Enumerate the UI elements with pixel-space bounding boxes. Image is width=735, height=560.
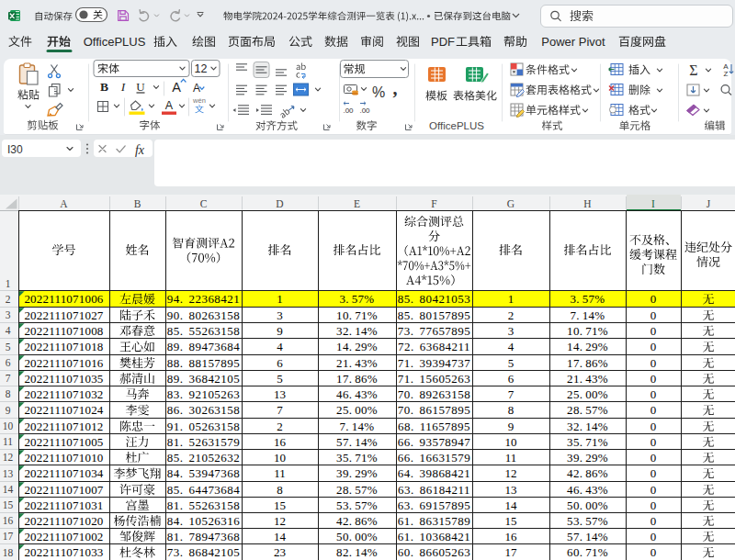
svg-text:61. 10368421: 61. 10368421 [398, 530, 470, 543]
svg-text:0: 0 [650, 451, 657, 465]
svg-text:81. 52631579: 81. 52631579 [167, 435, 240, 449]
svg-text:0: 0 [650, 466, 657, 480]
svg-text:9: 9 [277, 324, 283, 338]
svg-text:7: 7 [6, 373, 11, 384]
svg-text:PDF: PDF [431, 35, 455, 49]
svg-text:70. 89263158: 70. 89263158 [398, 387, 470, 401]
svg-text:14: 14 [3, 484, 14, 495]
svg-text:84. 10526316: 84. 10526316 [167, 514, 240, 528]
svg-text:46. 43%: 46. 43% [336, 387, 378, 401]
svg-text:A: A [165, 99, 174, 112]
svg-text:14: 14 [505, 498, 518, 512]
svg-text:82. 14%: 82. 14% [336, 545, 378, 559]
svg-text:71. 39394737: 71. 39394737 [398, 356, 470, 370]
svg-text:I: I [120, 80, 127, 94]
svg-text:39. 29%: 39. 29% [567, 451, 608, 465]
svg-text:8: 8 [277, 483, 283, 497]
svg-text:50. 00%: 50. 00% [567, 498, 608, 512]
svg-text:0: 0 [650, 340, 657, 353]
svg-text:0: 0 [650, 435, 657, 449]
svg-text:17: 17 [3, 531, 14, 542]
svg-text:90. 80263158: 90. 80263158 [167, 308, 240, 322]
svg-text:21. 43%: 21. 43% [567, 372, 608, 386]
svg-text:7: 7 [508, 387, 514, 401]
svg-text:U: U [136, 80, 145, 94]
svg-text:9: 9 [6, 405, 11, 416]
svg-text:68. 11657895: 68. 11657895 [398, 420, 470, 433]
svg-text:83. 92105263: 83. 92105263 [167, 387, 240, 401]
svg-text:81. 78947368: 81. 78947368 [167, 530, 240, 543]
svg-text:10: 10 [3, 420, 14, 431]
svg-text:17. 86%: 17. 86% [567, 356, 608, 370]
svg-text:B: B [134, 198, 141, 209]
svg-text:.00: .00 [359, 106, 370, 115]
svg-text:4: 4 [277, 340, 283, 353]
svg-text:0: 0 [650, 514, 657, 528]
svg-text:85. 80157895: 85. 80157895 [398, 308, 470, 322]
svg-text:3: 3 [277, 308, 283, 322]
svg-text:OfficePLUS: OfficePLUS [429, 120, 484, 131]
svg-text:Σ: Σ [689, 62, 697, 78]
svg-text:0: 0 [650, 308, 657, 322]
svg-text:3. 57%: 3. 57% [340, 292, 375, 306]
svg-text:17. 86%: 17. 86% [336, 372, 378, 386]
svg-text:15: 15 [3, 499, 14, 510]
svg-text:2022111071020: 2022111071020 [24, 514, 103, 528]
svg-text:1: 1 [277, 292, 283, 306]
svg-text:3: 3 [6, 309, 11, 320]
svg-text:13: 13 [505, 483, 517, 497]
svg-text:57. 14%: 57. 14% [336, 435, 378, 449]
svg-text:2022111071008: 2022111071008 [24, 324, 103, 338]
svg-text:0: 0 [650, 498, 657, 512]
svg-text:OfficePLUS: OfficePLUS [84, 35, 146, 49]
svg-text:2022111071024: 2022111071024 [24, 403, 103, 417]
svg-text:53. 57%: 53. 57% [567, 514, 608, 528]
svg-text:32. 14%: 32. 14% [336, 324, 378, 338]
svg-text:0: 0 [650, 372, 657, 386]
svg-text:17: 17 [505, 545, 518, 559]
svg-text:A: A [60, 198, 68, 209]
svg-text:14: 14 [274, 530, 287, 543]
svg-text:64. 39868421: 64. 39868421 [398, 466, 470, 480]
svg-text:84. 53947368: 84. 53947368 [167, 466, 240, 480]
svg-text:11: 11 [505, 451, 517, 465]
svg-text:15: 15 [274, 498, 286, 512]
svg-text:2022111071005: 2022111071005 [24, 435, 103, 449]
svg-text:73. 86842105: 73. 86842105 [167, 545, 240, 559]
svg-text:6: 6 [277, 356, 283, 370]
svg-text:85. 64473684: 85. 64473684 [167, 483, 240, 497]
svg-text:42. 86%: 42. 86% [567, 466, 608, 480]
svg-text:15: 15 [505, 514, 517, 528]
svg-text:2022111071006: 2022111071006 [24, 292, 103, 306]
svg-text:13: 13 [3, 468, 14, 479]
svg-text:11: 11 [3, 436, 13, 447]
svg-text:D: D [276, 198, 283, 209]
svg-text:7. 14%: 7. 14% [571, 308, 605, 322]
svg-text:.00: .00 [343, 106, 354, 115]
svg-text:6: 6 [508, 372, 514, 386]
svg-text:fx: fx [135, 143, 145, 157]
svg-text:2022111071007: 2022111071007 [24, 483, 103, 497]
svg-text:18: 18 [3, 547, 14, 558]
svg-text:57. 14%: 57. 14% [567, 530, 608, 543]
svg-text:88. 88157895: 88. 88157895 [167, 356, 240, 370]
svg-text:25. 00%: 25. 00% [336, 403, 378, 417]
svg-text:2022111071031: 2022111071031 [24, 498, 103, 512]
svg-text:E: E [354, 198, 360, 209]
svg-text:14. 29%: 14. 29% [336, 340, 378, 353]
svg-text:16: 16 [274, 435, 287, 449]
svg-text:2022111071027: 2022111071027 [24, 308, 103, 322]
svg-text:2022111071034: 2022111071034 [24, 466, 103, 480]
svg-text:35. 71%: 35. 71% [567, 435, 608, 449]
svg-text:6: 6 [6, 357, 11, 368]
svg-text:72. 63684211: 72. 63684211 [398, 340, 470, 353]
svg-text:I: I [651, 198, 655, 209]
svg-text:86. 30263158: 86. 30263158 [167, 403, 240, 417]
svg-text:I30: I30 [7, 143, 23, 156]
svg-text:0: 0 [650, 356, 657, 370]
svg-text:61. 86315789: 61. 86315789 [398, 514, 470, 528]
svg-text:60. 86605263: 60. 86605263 [398, 545, 470, 559]
svg-text:70. 86157895: 70. 86157895 [398, 403, 470, 417]
svg-text:81. 55263158: 81. 55263158 [167, 498, 240, 512]
svg-text:3: 3 [508, 324, 514, 338]
